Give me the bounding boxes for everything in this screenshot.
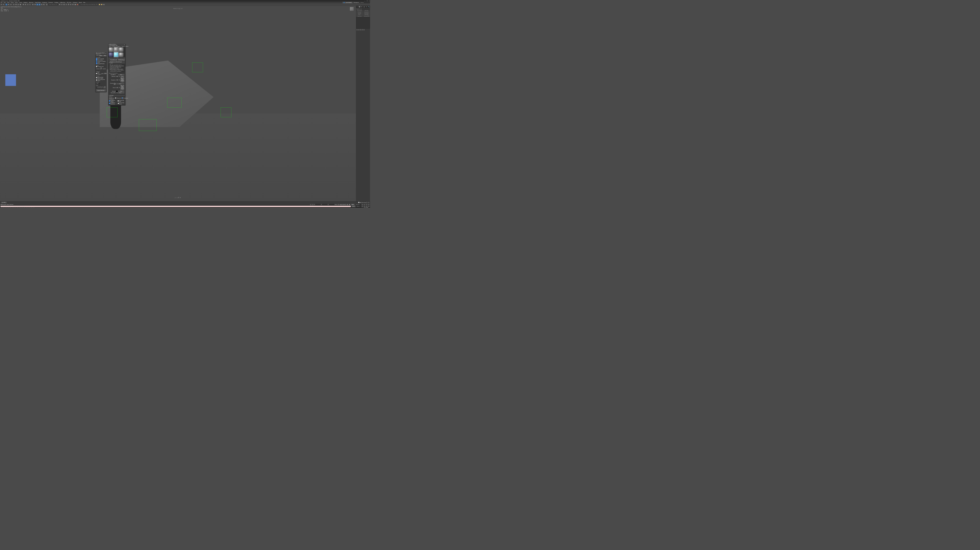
go-forward-icon[interactable] xyxy=(124,58,125,59)
menu-edit[interactable]: Edit xyxy=(3,2,6,3)
menu-crymaxtools[interactable]: CryMaxTools xyxy=(59,2,66,3)
show-result-icon[interactable] xyxy=(358,29,360,30)
select-object-icon[interactable]: ▭ xyxy=(13,3,15,6)
tab-hierarchy[interactable]: ⊞ xyxy=(361,6,363,8)
chk-change-name[interactable]: Change name xyxy=(96,66,106,67)
albedo-swatch[interactable] xyxy=(116,74,118,75)
menu-rendering[interactable]: Rendering xyxy=(42,2,47,3)
render-icon[interactable]: 🫖 xyxy=(76,3,78,6)
app3-icon[interactable]: ▦ xyxy=(17,207,19,208)
remove-mod-icon[interactable] xyxy=(361,29,363,30)
mod-symmetry[interactable]: Symmetry xyxy=(356,16,363,17)
chk-convert[interactable]: Convert to editable mesh xyxy=(96,61,106,63)
app8-icon[interactable]: ▦ xyxy=(28,207,30,208)
export-selection-button[interactable]: Export Selection xyxy=(96,89,106,92)
goto-end-icon[interactable]: ⏭ xyxy=(349,204,350,205)
show-map-icon[interactable] xyxy=(120,58,121,59)
autokey-button[interactable]: Auto xyxy=(351,204,355,205)
reset-icon[interactable] xyxy=(113,58,114,59)
ao-map-button[interactable]: None xyxy=(116,83,124,84)
curve-editor-icon[interactable]: ∿ xyxy=(65,3,67,6)
chk-nflip-red[interactable]: Normal Flip Red xyxy=(118,100,124,102)
layer-icon[interactable]: ☲ xyxy=(63,3,65,6)
key-icon[interactable] xyxy=(366,202,368,203)
coord-z-input[interactable] xyxy=(329,204,334,205)
material-slot-6[interactable] xyxy=(119,52,124,57)
material-type-button[interactable]: PBRMetalRough xyxy=(118,59,125,60)
placement-icon[interactable]: ⎀ xyxy=(29,3,31,6)
tab-motion[interactable]: ◉ xyxy=(363,6,366,8)
search-icon[interactable]: 🔍 xyxy=(3,207,5,208)
emission-swatch[interactable] xyxy=(116,91,118,92)
schematic-icon[interactable]: ☶ xyxy=(68,3,70,6)
tab-display[interactable]: ☐ xyxy=(366,6,368,8)
material-editor-icon[interactable]: ● xyxy=(70,3,72,6)
menu-grapheditors[interactable]: Graph Editors xyxy=(35,2,41,3)
matmenu-material[interactable]: Material xyxy=(112,46,116,47)
material-slot-1[interactable] xyxy=(109,47,114,52)
roughness-value[interactable]: 1.0 xyxy=(116,79,119,81)
chk-show-dialog[interactable]: Show dialog after export xyxy=(96,79,106,81)
tab-create[interactable]: + xyxy=(356,6,358,8)
batch-exporter-window[interactable]: Ben's Custom Batch Exporter 3✕ v1.8.3 Ab… xyxy=(95,52,107,92)
app6-icon[interactable]: ▦ xyxy=(24,207,25,208)
refcoord-icon[interactable]: ⊞ xyxy=(32,3,34,6)
rollout-pbr-head[interactable]: ▾PBR Material (Metal/Rough mode) xyxy=(109,61,125,64)
minimize-icon[interactable]: — xyxy=(364,0,366,1)
app9-icon[interactable]: ▦ xyxy=(30,207,32,208)
time-handle[interactable]: 0 / 100 xyxy=(1,202,7,203)
chk-add-collision[interactable]: Add collision xyxy=(96,72,101,75)
material-slot-3[interactable] xyxy=(119,47,124,52)
chk-reset-xform[interactable]: Reset xForm xyxy=(96,59,106,60)
nav-max-icon[interactable] xyxy=(368,204,369,205)
folder2-icon[interactable]: 📂 xyxy=(101,3,103,6)
matmenu-navigation[interactable]: Navigation xyxy=(116,46,121,47)
coord-y-input[interactable] xyxy=(322,204,327,205)
matmenu-options[interactable]: Options xyxy=(121,46,125,47)
bind-spacewarp-icon[interactable]: ≋ xyxy=(10,3,12,6)
menu-customize[interactable]: Customize xyxy=(48,2,53,3)
undo-icon[interactable]: ↶ xyxy=(0,3,3,6)
render-frame-icon[interactable]: ▣ xyxy=(74,3,76,6)
material-slot-4[interactable] xyxy=(109,52,114,57)
mirror-icon[interactable]: ⇋ xyxy=(59,3,61,6)
normal-value[interactable]: 1.0 xyxy=(116,87,119,88)
select-link-icon[interactable]: ⟋ xyxy=(6,3,8,6)
nav-zoom2-icon[interactable] xyxy=(362,206,363,207)
app2-icon[interactable]: ▦ xyxy=(14,207,16,208)
menu-group[interactable]: Group xyxy=(11,2,14,3)
tab-modify[interactable]: ◧ xyxy=(358,6,361,8)
key-icon-2[interactable] xyxy=(368,202,369,203)
nav-orbit-icon[interactable] xyxy=(366,204,367,205)
nav-pan-icon[interactable] xyxy=(362,204,363,205)
make-copy-icon[interactable] xyxy=(114,58,115,59)
collision-prefix-input[interactable] xyxy=(104,73,107,74)
radio-glossiness[interactable]: Glossiness xyxy=(115,97,121,99)
emission-map-button[interactable]: None xyxy=(118,91,124,92)
make-unique-icon[interactable] xyxy=(116,58,117,59)
named-selection-set[interactable]: Create Selection Se xyxy=(48,4,58,5)
metalness-value[interactable]: 0.0 xyxy=(116,76,119,77)
isolate-icon[interactable] xyxy=(310,204,311,205)
show-result-icon[interactable] xyxy=(121,58,122,59)
goto-start-icon[interactable]: ⏮ xyxy=(340,204,342,205)
menu-help[interactable]: Help xyxy=(83,2,86,3)
render-setup-icon[interactable]: ⚙ xyxy=(72,3,74,6)
chk-ao-reflect[interactable]: AO Affects Reflection xyxy=(109,102,117,104)
app5-icon[interactable]: ▦ xyxy=(21,207,23,208)
chk-move-to[interactable]: Move to [0,0,0] xyxy=(96,58,106,59)
snap-3-icon[interactable]: 3 xyxy=(36,3,38,6)
normal-map-button[interactable]: Map #4 ( Map Output Selector ) xyxy=(120,85,124,90)
folder-icon[interactable]: 📁 xyxy=(99,3,100,6)
chk-merge[interactable]: Merge All Nodes xyxy=(96,63,106,64)
menu-rsitools[interactable]: RSI_Tools xyxy=(67,2,72,3)
material-editor-window[interactable]: ◐ Material Editor - PaintedMetal_01a✕ Mo… xyxy=(108,44,125,105)
pivot-icon[interactable]: ⊕ xyxy=(34,3,36,6)
chk-ao-diffuse[interactable]: AO Affects Diffuse xyxy=(109,100,116,102)
coord-x-input[interactable] xyxy=(316,204,321,205)
tab-utilities[interactable]: 🔧 xyxy=(368,6,370,8)
modifier-stack[interactable] xyxy=(356,17,370,29)
select-by-mat-icon[interactable] xyxy=(124,56,125,57)
make-unique-icon[interactable] xyxy=(360,29,361,30)
select-name-icon[interactable]: ☰ xyxy=(15,3,17,6)
